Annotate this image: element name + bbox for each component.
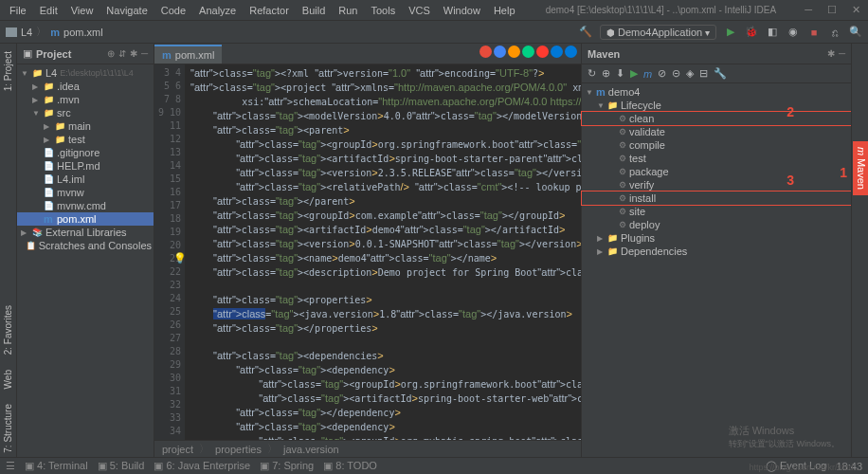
project-tool-tab[interactable]: 1: Project	[2, 47, 14, 95]
maximize-button[interactable]: ☐	[823, 4, 841, 16]
safari-icon[interactable]	[522, 46, 534, 58]
maven-compile[interactable]: ⚙compile	[582, 138, 851, 152]
maven-package[interactable]: ⚙package	[582, 165, 851, 178]
hide-panel-icon[interactable]: ─	[141, 48, 148, 59]
select-opened-icon[interactable]: ⊕	[107, 48, 115, 59]
tree-node-test[interactable]: ▶📁test	[17, 133, 154, 146]
maven-test[interactable]: ⚙test	[582, 152, 851, 165]
code-editor[interactable]: 3 4 5 6 7 8 9 10 11 12 13 14 15 16 17 18…	[154, 64, 581, 440]
panel-title[interactable]: Project	[36, 48, 103, 60]
project-tree[interactable]: ▼📁L4 E:\desktop\1\1\1\L4▶📁.idea▶📁.mvn▼📁s…	[17, 64, 154, 457]
menu-run[interactable]: Run	[333, 3, 363, 18]
sb-java-enterprise[interactable]: ▣ 6: Java Enterprise	[154, 460, 250, 472]
bc-properties[interactable]: properties	[215, 444, 262, 455]
generate-icon[interactable]: ⊕	[602, 67, 610, 80]
event-log[interactable]: ◯ Event Log	[766, 460, 827, 472]
run-icon[interactable]: ▶	[724, 26, 737, 39]
expand-icon[interactable]: ⇵	[118, 48, 126, 59]
yandex-icon[interactable]	[479, 46, 492, 58]
tree-node--gitignore[interactable]: 📄.gitignore	[17, 146, 154, 159]
menu-view[interactable]: View	[65, 3, 99, 18]
maven-verify[interactable]: ⚙verify	[582, 178, 851, 191]
run-config-combo[interactable]: ⬢ Demo4Application ▾	[600, 25, 716, 40]
maven-dependencies[interactable]: ▶📁Dependencies	[582, 245, 851, 258]
menu-refactor[interactable]: Refactor	[244, 3, 295, 18]
chrome-icon[interactable]	[494, 46, 506, 58]
opera-icon[interactable]	[536, 46, 549, 58]
structure-tool-tab[interactable]: 7: Structure	[2, 400, 14, 457]
menu-edit[interactable]: Edit	[34, 3, 63, 18]
maven-install[interactable]: ⚙install	[582, 191, 851, 205]
bc-project[interactable]: project	[162, 444, 193, 455]
menu-file[interactable]: File	[4, 3, 32, 18]
show-deps-icon[interactable]: ◈	[686, 67, 694, 80]
gear-icon[interactable]: ✱	[827, 48, 835, 59]
menu-analyze[interactable]: Analyze	[193, 3, 242, 18]
profile-icon[interactable]: ◉	[787, 26, 800, 39]
intention-bulb-icon[interactable]: 💡	[173, 252, 187, 264]
crumb-project[interactable]: L4	[21, 27, 32, 38]
toggle-offline-icon[interactable]: ⊘	[658, 67, 666, 80]
sb-todo[interactable]: ▣ 8: TODO	[323, 460, 377, 472]
maven-tool-tab[interactable]: m Maven	[855, 143, 868, 193]
collapse-icon[interactable]: ✱	[130, 48, 137, 59]
minimize-button[interactable]: ─	[801, 4, 816, 16]
menu-tools[interactable]: Tools	[365, 3, 401, 18]
menu-vcs[interactable]: VCS	[403, 3, 436, 18]
code-content[interactable]: "attr">class="tag"><?xml "attr">version=…	[185, 64, 581, 440]
stop-icon[interactable]: ■	[807, 26, 821, 39]
coverage-icon[interactable]: ◧	[766, 26, 779, 39]
editor-tab[interactable]: m pom.xml	[154, 45, 222, 64]
tree-node-main[interactable]: ▶📁main	[17, 119, 154, 133]
hide-icon[interactable]: ─	[839, 48, 845, 59]
tree-node-L4[interactable]: ▼📁L4 E:\desktop\1\1\1\L4	[17, 66, 154, 80]
editor-breadcrumb[interactable]: project〉properties〉java.version	[154, 440, 581, 457]
favorites-tool-tab[interactable]: 2: Favorites	[2, 301, 14, 358]
crumb-file[interactable]: pom.xml	[63, 27, 103, 38]
tree-node-L4-iml[interactable]: 📄L4.iml	[17, 173, 154, 186]
menu-build[interactable]: Build	[297, 3, 331, 18]
tree-node--idea[interactable]: ▶📁.idea	[17, 80, 154, 93]
maven-validate[interactable]: ⚙validate	[582, 125, 851, 138]
maven-clean[interactable]: ⚙clean	[582, 112, 851, 125]
firefox-icon[interactable]	[508, 46, 520, 58]
ie-icon[interactable]	[565, 46, 577, 58]
close-button[interactable]: ✕	[848, 4, 864, 16]
web-tool-tab[interactable]: Web	[2, 366, 14, 392]
caret-pos[interactable]: 18:43	[836, 461, 862, 472]
bc-java.version[interactable]: java.version	[283, 444, 339, 455]
tree-node-mvnw-cmd[interactable]: 📄mvnw.cmd	[17, 199, 154, 212]
tree-node-pom-xml[interactable]: mpom.xml	[17, 212, 154, 226]
menu-help[interactable]: Help	[488, 3, 521, 18]
sb-spring[interactable]: ▣ 7: Spring	[260, 460, 314, 472]
tree-node-mvnw[interactable]: 📄mvnw	[17, 186, 154, 199]
skip-tests-icon[interactable]: ⊝	[672, 67, 680, 80]
menu-code[interactable]: Code	[155, 3, 191, 18]
reload-icon[interactable]: ↻	[588, 67, 596, 80]
project-combo-icon[interactable]: ▣	[23, 47, 32, 60]
tree-node-Scratches and Consoles[interactable]: 📋Scratches and Consoles	[17, 239, 154, 252]
breadcrumb[interactable]: L4 〉 m pom.xml	[6, 25, 573, 39]
menu-navigate[interactable]: Navigate	[100, 3, 153, 18]
maven-deploy[interactable]: ⚙deploy	[582, 218, 851, 231]
maven-lifecycle[interactable]: ▼📁Lifecycle	[582, 99, 851, 112]
build-icon[interactable]: 🔨	[579, 26, 592, 39]
tree-node--mvn[interactable]: ▶📁.mvn	[17, 93, 154, 106]
collapse-all-icon[interactable]: ⊟	[699, 67, 708, 80]
maven-tree[interactable]: 2 3 ▼mdemo4▼📁Lifecycle⚙clean⚙validate⚙co…	[582, 83, 851, 457]
vcs-icon[interactable]: ⎌	[828, 26, 841, 39]
maven-plugins[interactable]: ▶📁Plugins	[582, 231, 851, 245]
debug-icon[interactable]: 🐞	[745, 26, 758, 39]
execute-icon[interactable]: m	[643, 68, 652, 80]
tree-node-src[interactable]: ▼📁src	[17, 106, 154, 119]
maven-site[interactable]: ⚙site	[582, 205, 851, 218]
maven-demo4[interactable]: ▼mdemo4	[582, 85, 851, 99]
sb-build[interactable]: ▣ 5: Build	[98, 460, 145, 472]
settings-icon[interactable]: 🔧	[714, 67, 727, 80]
sb-terminal[interactable]: ▣ 4: Terminal	[25, 460, 88, 472]
run-goal-icon[interactable]: ▶	[630, 67, 638, 80]
menu-window[interactable]: Window	[438, 3, 486, 18]
tree-node-HELP-md[interactable]: 📄HELP.md	[17, 159, 154, 173]
edge-icon[interactable]	[551, 46, 563, 58]
download-icon[interactable]: ⬇	[616, 67, 624, 80]
